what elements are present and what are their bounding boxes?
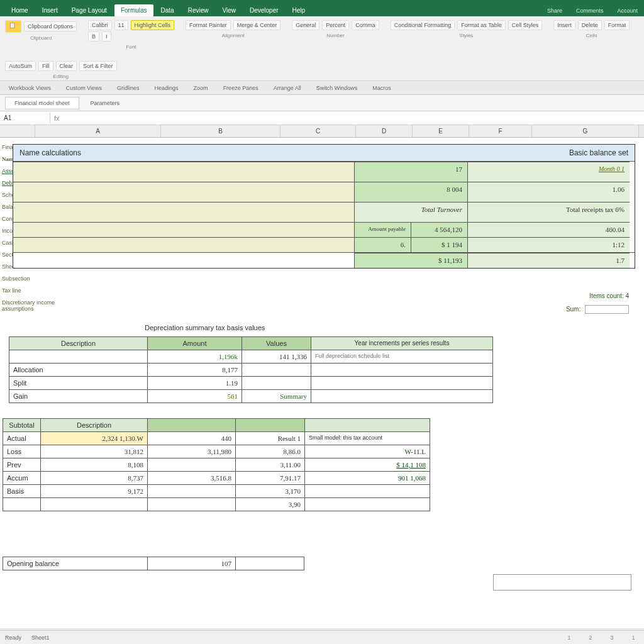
- cell[interactable]: 3,170: [235, 484, 304, 497]
- col-header[interactable]: B: [161, 125, 280, 137]
- cell[interactable]: 1.7: [467, 253, 630, 268]
- view-toolbar-item[interactable]: Arrange All: [270, 84, 305, 92]
- cell[interactable]: [3, 497, 40, 511]
- cell[interactable]: [147, 484, 235, 497]
- cell[interactable]: [311, 363, 493, 376]
- cell[interactable]: Full depreciation schedule list: [311, 350, 493, 363]
- view-toolbar-item[interactable]: Freeze Panes: [219, 84, 262, 92]
- tab-share[interactable]: Share: [541, 5, 569, 16]
- insert-cells-button[interactable]: Insert: [553, 20, 575, 30]
- cell[interactable]: [147, 497, 235, 511]
- tab-view[interactable]: View: [216, 4, 242, 16]
- mid-th[interactable]: Values: [242, 336, 311, 350]
- mid-th[interactable]: Year increments per series results: [311, 336, 493, 350]
- cell[interactable]: Prev: [3, 458, 40, 471]
- cell[interactable]: Loss: [3, 445, 40, 458]
- cell[interactable]: 3,90: [235, 497, 304, 511]
- lower-th[interactable]: Subtotal: [3, 418, 40, 431]
- col-header[interactable]: D: [356, 125, 413, 137]
- cell[interactable]: Month 0 1: [467, 162, 630, 182]
- cell[interactable]: [242, 376, 311, 389]
- cell[interactable]: [147, 458, 235, 471]
- cell[interactable]: [13, 222, 354, 237]
- cell[interactable]: 440: [147, 431, 235, 445]
- cell[interactable]: 1,196k: [147, 350, 242, 363]
- cell[interactable]: 561: [147, 389, 242, 403]
- percent-button[interactable]: Percent: [322, 20, 349, 30]
- cell[interactable]: 31,812: [40, 445, 147, 458]
- cell[interactable]: 9,172: [40, 484, 147, 497]
- tab-developer[interactable]: Developer: [243, 4, 285, 16]
- floating-cell[interactable]: [493, 574, 631, 591]
- clear-button[interactable]: Clear: [56, 61, 77, 71]
- font-size-select[interactable]: 11: [114, 20, 128, 30]
- tab-review[interactable]: Review: [182, 4, 215, 16]
- tab-home[interactable]: Home: [5, 4, 35, 16]
- delete-cells-button[interactable]: Delete: [578, 20, 602, 30]
- cell[interactable]: [13, 202, 354, 222]
- format-cells-button[interactable]: Format: [604, 20, 630, 30]
- tab-insert[interactable]: Insert: [36, 4, 64, 16]
- conditional-formatting-button[interactable]: Conditional Formatting: [391, 20, 455, 30]
- cell[interactable]: [235, 557, 304, 570]
- cell[interactable]: 8 004: [354, 182, 467, 202]
- font-family-select[interactable]: Calibri: [88, 20, 112, 30]
- col-header[interactable]: E: [413, 125, 469, 137]
- sort-filter-button[interactable]: Sort & Filter: [79, 61, 117, 71]
- cell[interactable]: $ 11,193: [354, 253, 467, 268]
- view-toolbar-item[interactable]: Zoom: [190, 84, 212, 92]
- cell[interactable]: Allocation: [9, 363, 147, 376]
- tab-comments[interactable]: Comments: [570, 5, 610, 16]
- tab-data[interactable]: Data: [155, 4, 180, 16]
- cell[interactable]: [40, 497, 147, 511]
- cell[interactable]: W-11.L: [304, 445, 430, 458]
- tab-account[interactable]: Account: [611, 5, 644, 16]
- sheet-tab[interactable]: Parameters: [87, 99, 124, 108]
- highlight-button[interactable]: Highlight Cells: [131, 20, 175, 30]
- italic-button[interactable]: I: [102, 31, 111, 42]
- cell[interactable]: [304, 484, 430, 497]
- format-painter-button[interactable]: Format Painter: [186, 20, 231, 30]
- cell[interactable]: [13, 182, 354, 202]
- cell[interactable]: 107: [147, 557, 235, 570]
- cell-styles-button[interactable]: Cell Styles: [508, 20, 543, 30]
- formula-input[interactable]: [64, 116, 644, 120]
- clipboard-options-button[interactable]: Clipboard Options: [24, 21, 77, 31]
- tab-page-layout[interactable]: Page Layout: [65, 4, 113, 16]
- cell[interactable]: Summary: [242, 389, 311, 403]
- cell[interactable]: 901 1,068: [304, 471, 430, 484]
- mid-th[interactable]: Description: [9, 336, 147, 350]
- cell[interactable]: 8,86.0: [235, 445, 304, 458]
- cell[interactable]: 7,91.17: [235, 471, 304, 484]
- cell[interactable]: 460.04: [467, 222, 630, 237]
- col-header[interactable]: C: [280, 125, 356, 137]
- cell[interactable]: Total Turnover: [354, 202, 467, 222]
- cell[interactable]: Gain: [9, 389, 147, 403]
- cell[interactable]: [9, 350, 147, 363]
- fill-button[interactable]: Fill: [38, 61, 53, 71]
- lower-th[interactable]: [304, 418, 430, 431]
- view-toolbar-item[interactable]: Switch Windows: [313, 84, 362, 92]
- worksheet[interactable]: Financial plan Name calculations Assumpt…: [0, 138, 644, 628]
- lower-th[interactable]: Description: [40, 418, 147, 431]
- cell[interactable]: Opening balance: [3, 557, 147, 570]
- cell[interactable]: 3,11,980: [147, 445, 235, 458]
- cell[interactable]: $ 1 194: [411, 237, 467, 252]
- cell[interactable]: [13, 162, 354, 182]
- cell[interactable]: 17: [354, 162, 467, 182]
- cell[interactable]: 6.: [354, 237, 411, 252]
- cell[interactable]: 4 564,120: [411, 222, 467, 237]
- cell[interactable]: [13, 237, 354, 252]
- col-header[interactable]: A: [35, 125, 161, 137]
- cell[interactable]: 2,324 1,130.W: [40, 431, 147, 445]
- col-header[interactable]: F: [469, 125, 532, 137]
- number-format-select[interactable]: General: [292, 20, 319, 30]
- format-as-table-button[interactable]: Format as Table: [457, 20, 505, 30]
- view-toolbar-item[interactable]: Macros: [369, 84, 395, 92]
- merge-center-button[interactable]: Merge & Center: [233, 20, 281, 30]
- cell[interactable]: 1.19: [147, 376, 242, 389]
- cell[interactable]: Split: [9, 376, 147, 389]
- tab-formulas[interactable]: Formulas: [114, 4, 153, 16]
- bold-button[interactable]: B: [88, 31, 99, 42]
- cell[interactable]: 3,11.00: [235, 458, 304, 471]
